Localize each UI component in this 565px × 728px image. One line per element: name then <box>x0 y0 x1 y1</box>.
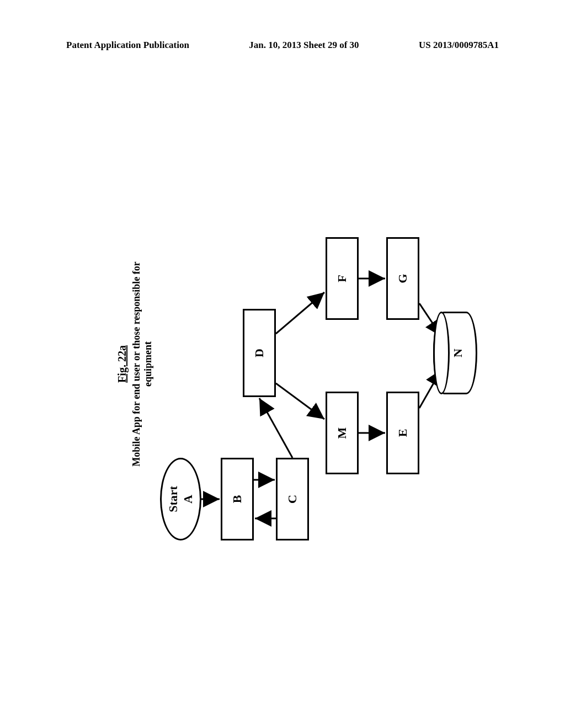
page-header: Patent Application Publication Jan. 10, … <box>0 40 565 51</box>
figure-rotated-container: Fig. 22a Mobile App for end user or thos… <box>116 154 447 574</box>
node-label-g: G <box>396 274 410 283</box>
node-label-e: E <box>396 429 410 437</box>
svg-line-5 <box>276 292 324 334</box>
flowchart-node-f: F <box>326 237 359 320</box>
node-label-a: StartA <box>166 486 195 512</box>
flowchart-node-start: StartA <box>160 458 201 540</box>
header-center: Jan. 10, 2013 Sheet 29 of 30 <box>249 40 359 51</box>
flowchart-node-c: C <box>276 458 309 540</box>
header-right: US 2013/0009785A1 <box>419 40 499 51</box>
node-label-n: N <box>451 349 465 357</box>
node-label-m: M <box>335 427 349 439</box>
flowchart-node-e: E <box>386 392 419 474</box>
node-label-d: D <box>252 349 266 357</box>
svg-line-3 <box>259 398 292 458</box>
svg-line-4 <box>276 383 324 419</box>
flowchart-node-d: D <box>243 309 276 397</box>
figure-title: Fig. 22a Mobile App for end user or thos… <box>116 259 154 469</box>
flowchart-node-g: G <box>386 237 419 320</box>
figure-caption: Mobile App for end user or those respons… <box>131 259 154 469</box>
flowchart-node-b: B <box>221 458 254 540</box>
node-label-b: B <box>230 495 244 504</box>
figure-number: Fig. 22a <box>116 345 128 383</box>
node-label-f: F <box>335 275 349 282</box>
node-label-c: C <box>285 495 300 504</box>
flowchart-node-m: M <box>326 392 359 474</box>
header-left: Patent Application Publication <box>66 40 189 51</box>
flowchart-node-n: N <box>433 312 477 394</box>
